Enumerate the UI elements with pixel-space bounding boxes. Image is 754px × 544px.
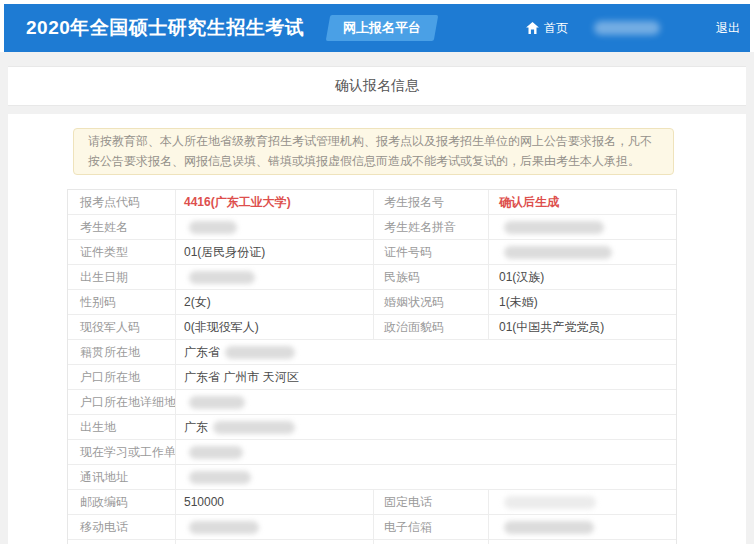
field-label: 政治面貌码 [374,315,489,339]
redacted-value [504,496,596,509]
field-value [176,390,676,414]
table-row: 证件类型 01(居民身份证) 证件号码 [68,240,676,265]
field-label: 报考点代码 [68,190,176,214]
table-row: 籍贯所在地 广东省 [68,340,676,365]
field-label: 现役军人码 [68,315,176,339]
field-value [176,265,374,289]
field-value: 4416(广东工业大学) [176,190,374,214]
field-label: 考生姓名拼音 [374,215,489,239]
redacted-value [189,521,259,534]
field-label: 证件类型 [68,240,176,264]
platform-badge-label: 网上报名平台 [343,19,421,37]
field-value: 广东省 广州市 天河区 [176,365,676,389]
field-label: 通讯地址 [68,465,176,489]
redacted-value [189,271,255,284]
field-value: 1(普通全日制) [176,540,374,544]
table-row: 报考点代码 4416(广东工业大学) 考生报名号 确认后生成 [68,190,676,215]
field-value: 广东省 [176,340,676,364]
table-row: 出生日期 民族码 01(汉族) [68,265,676,290]
field-value [176,515,374,539]
section-title: 确认报名信息 [335,77,419,95]
page-body: 确认报名信息 请按教育部、本人所在地省级教育招生考试管理机构、报考点以及报考招生… [0,52,754,544]
redacted-value [189,221,237,234]
field-label: 取得最后学历的学习形式 [68,540,176,544]
redacted-value [504,221,604,234]
field-value [176,440,676,464]
table-row: 现役军人码 0(非现役军人) 政治面貌码 01(中国共产党党员) [68,315,676,340]
table-row: 户口所在地 广东省 广州市 天河区 [68,365,676,390]
field-value [176,465,676,489]
field-label: 邮政编码 [68,490,176,514]
field-label: 出生日期 [68,265,176,289]
field-label: 移动电话 [68,515,176,539]
field-label: 最后毕业年月 [374,540,489,544]
field-label: 考生姓名 [68,215,176,239]
field-label: 户口所在地详细地址 [68,390,176,414]
field-value: 01(中国共产党党员) [489,315,676,339]
field-label: 性别码 [68,290,176,314]
redacted-value [213,421,295,434]
field-value: 01(居民身份证) [176,240,374,264]
platform-badge: 网上报名平台 [326,15,439,41]
field-label: 婚姻状况码 [374,290,489,314]
field-value: 1(未婚) [489,290,676,314]
field-label: 现在学习或工作单位 [68,440,176,464]
redacted-value [504,246,612,259]
field-label: 籍贯所在地 [68,340,176,364]
redacted-value [504,521,594,534]
nav-home-label: 首页 [544,20,568,37]
field-value: 0(非现役军人) [176,315,374,339]
section-titlebar: 确认报名信息 [8,66,746,106]
field-value: 510000 [176,490,374,514]
field-label: 民族码 [374,265,489,289]
content-card: 请按教育部、本人所在地省级教育招生考试管理机构、报考点以及报考招生单位的网上公告… [8,114,746,544]
redacted-value [189,471,251,484]
home-icon [526,22,539,34]
field-value: 01(汉族) [489,265,676,289]
field-value [489,540,676,544]
notice-box: 请按教育部、本人所在地省级教育招生考试管理机构、报考点以及报考招生单位的网上公告… [73,128,674,175]
field-label: 考生报名号 [374,190,489,214]
nav-home-link[interactable]: 首页 [526,20,568,37]
table-row: 出生地 广东 [68,415,676,440]
logout-button[interactable]: 退出 [716,20,740,37]
app-title: 2020年全国硕士研究生招生考试 [26,15,304,41]
header-nav: 首页 退出 [526,20,740,37]
app-header: 2020年全国硕士研究生招生考试 网上报名平台 首页 退出 [4,4,750,52]
field-value [489,515,676,539]
field-value [176,215,374,239]
field-value [489,240,676,264]
table-row: 性别码 2(女) 婚姻状况码 1(未婚) [68,290,676,315]
field-value: 确认后生成 [489,190,676,214]
field-value [489,490,676,514]
field-value: 广东 [176,415,676,439]
table-row: 取得最后学历的学习形式 1(普通全日制) 最后毕业年月 [68,540,676,544]
table-row: 移动电话 电子信箱 [68,515,676,540]
field-label: 固定电话 [374,490,489,514]
registration-info-table: 报考点代码 4416(广东工业大学) 考生报名号 确认后生成 考生姓名 考生姓名… [67,189,677,544]
field-label: 出生地 [68,415,176,439]
redacted-value [225,346,295,359]
username-redacted[interactable] [594,21,660,35]
field-label: 户口所在地 [68,365,176,389]
table-row: 考生姓名 考生姓名拼音 [68,215,676,240]
redacted-value [189,396,245,409]
table-row: 通讯地址 [68,465,676,490]
redacted-value [189,446,243,459]
table-row: 现在学习或工作单位 [68,440,676,465]
notice-text: 请按教育部、本人所在地省级教育招生考试管理机构、报考点以及报考招生单位的网上公告… [88,134,652,168]
field-value [489,215,676,239]
field-label: 证件号码 [374,240,489,264]
table-row: 户口所在地详细地址 [68,390,676,415]
field-label: 电子信箱 [374,515,489,539]
field-value: 2(女) [176,290,374,314]
table-row: 邮政编码 510000 固定电话 [68,490,676,515]
